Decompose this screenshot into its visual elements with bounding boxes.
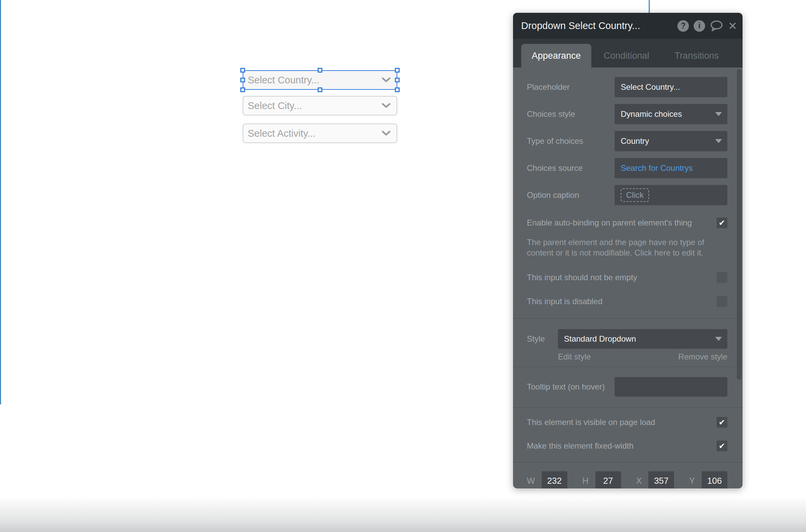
section-divider	[513, 462, 743, 462]
chevron-down-icon	[382, 103, 390, 108]
choices-source-expression[interactable]: Search for Countrys	[621, 164, 693, 173]
chevron-down-icon	[382, 131, 390, 136]
close-icon[interactable]: ✕	[728, 21, 737, 32]
placeholder-label: Placeholder	[527, 82, 615, 92]
fixed-width-checkbox[interactable]: ✔	[716, 440, 727, 451]
canvas-dropdown-select-city[interactable]: Select City...	[243, 96, 397, 115]
type-of-choices-label: Type of choices	[527, 136, 615, 146]
choices-style-value: Dynamic choices	[621, 109, 682, 119]
selection-handle[interactable]	[240, 88, 245, 92]
canvas-dropdown-text: Select Country...	[248, 75, 319, 86]
canvas-dropdown-select-activity[interactable]: Select Activity...	[243, 124, 397, 143]
edit-style-link[interactable]: Edit style	[558, 352, 591, 360]
panel-content: Placeholder Select Country... Choices st…	[513, 68, 743, 489]
canvas-dropdown-select-country[interactable]: Select Country...	[243, 70, 397, 90]
placeholder-value: Select Country...	[621, 82, 680, 92]
choices-style-label: Choices style	[527, 109, 615, 119]
dropdown-arrow-icon	[715, 139, 722, 143]
input-disabled-label: This input is disabled	[527, 297, 716, 306]
comment-icon[interactable]	[710, 20, 723, 32]
section-divider	[513, 366, 743, 367]
tab-transitions[interactable]: Transitions	[661, 44, 732, 68]
property-editor-panel: Dropdown Select Country... ? i ✕ Appeara…	[513, 13, 743, 489]
selection-handle[interactable]	[240, 68, 245, 73]
tooltip-label: Tooltip text (on hover)	[527, 382, 615, 392]
width-input[interactable]: 232	[542, 471, 568, 489]
option-caption-placeholder[interactable]: Click	[621, 188, 649, 202]
style-value: Standard Dropdown	[564, 334, 636, 344]
canvas-bottom-gradient	[0, 496, 806, 532]
selection-handle[interactable]	[318, 68, 322, 73]
help-icon[interactable]: ?	[677, 20, 689, 32]
choices-source-input[interactable]: Search for Countrys	[615, 158, 727, 178]
selection-handle[interactable]	[395, 68, 400, 73]
auto-binding-checkbox[interactable]: ✔	[716, 217, 727, 228]
info-icon[interactable]: i	[694, 20, 705, 32]
height-label: H	[582, 476, 589, 486]
selection-handle[interactable]	[240, 78, 245, 82]
dropdown-arrow-icon	[715, 337, 722, 341]
element-guide-line	[649, 0, 650, 14]
panel-scrollbar[interactable]	[737, 69, 742, 380]
width-label: W	[527, 476, 535, 486]
y-label: Y	[689, 476, 695, 486]
remove-style-link[interactable]: Remove style	[678, 352, 727, 360]
style-select[interactable]: Standard Dropdown	[558, 329, 727, 349]
check-icon: ✔	[718, 218, 725, 228]
tab-appearance[interactable]: Appearance	[521, 44, 591, 68]
option-caption-input[interactable]: Click	[615, 185, 727, 205]
choices-style-select[interactable]: Dynamic choices	[615, 104, 727, 124]
x-input[interactable]: 357	[648, 471, 674, 489]
tooltip-input[interactable]	[615, 377, 727, 397]
chevron-down-icon	[382, 77, 390, 83]
option-caption-label: Option caption	[527, 190, 615, 200]
visible-on-load-label: This element is visible on page load	[527, 418, 716, 427]
check-icon: ✔	[718, 441, 725, 451]
not-empty-label: This input should not be empty	[527, 273, 716, 282]
height-input[interactable]: 27	[595, 471, 621, 489]
selection-handle[interactable]	[318, 88, 322, 92]
panel-header: Dropdown Select Country... ? i ✕	[513, 13, 743, 39]
check-icon: ✔	[718, 418, 725, 427]
canvas-dropdown-text: Select City...	[248, 100, 302, 111]
page-boundary-line	[0, 0, 1, 404]
auto-binding-note: The parent element and the page have no …	[527, 237, 727, 258]
selection-handle[interactable]	[395, 88, 400, 92]
tab-bar: Appearance Conditional Transitions	[513, 39, 743, 68]
visible-on-load-checkbox[interactable]: ✔	[716, 417, 727, 428]
choices-source-label: Choices source	[527, 164, 615, 173]
not-empty-checkbox[interactable]	[716, 272, 727, 283]
style-label: Style	[527, 334, 558, 344]
dropdown-arrow-icon	[715, 112, 722, 116]
auto-binding-label: Enable auto-binding on parent element's …	[527, 218, 716, 228]
panel-title: Dropdown Select Country...	[521, 20, 677, 32]
canvas-dropdown-text: Select Activity...	[248, 128, 315, 139]
type-of-choices-select[interactable]: Country	[615, 131, 727, 151]
x-label: X	[636, 476, 642, 486]
fixed-width-label: Make this element fixed-width	[527, 441, 716, 451]
input-disabled-checkbox[interactable]	[716, 296, 727, 307]
selection-handle[interactable]	[395, 78, 400, 82]
type-of-choices-value: Country	[621, 136, 649, 146]
y-input[interactable]: 106	[702, 471, 727, 489]
tab-conditional[interactable]: Conditional	[591, 44, 661, 68]
placeholder-input[interactable]: Select Country...	[615, 77, 727, 97]
section-divider	[513, 318, 743, 319]
section-divider	[513, 407, 743, 408]
